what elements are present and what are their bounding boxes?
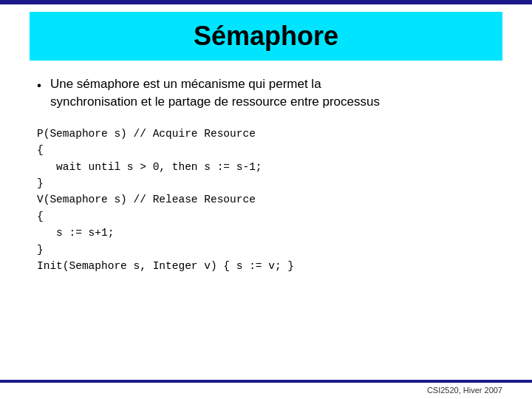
slide-title: Sémaphore (194, 21, 338, 51)
bullet-text: Une sémaphore est un mécanisme qui perme… (50, 75, 380, 111)
top-border (0, 0, 532, 4)
bullet-section: • Une sémaphore est un mécanisme qui per… (37, 75, 495, 111)
footer: CSI2520, Hiver 2007 (0, 383, 532, 399)
bullet-item: • Une sémaphore est un mécanisme qui per… (37, 75, 495, 111)
bullet-dot: • (37, 77, 41, 95)
title-bar: Sémaphore (30, 12, 502, 61)
slide: Sémaphore • Une sémaphore est un mécanis… (0, 0, 532, 399)
content-area: • Une sémaphore est un mécanisme qui per… (0, 61, 532, 380)
code-block: P(Semaphore s) // Acquire Resource { wai… (37, 126, 495, 275)
